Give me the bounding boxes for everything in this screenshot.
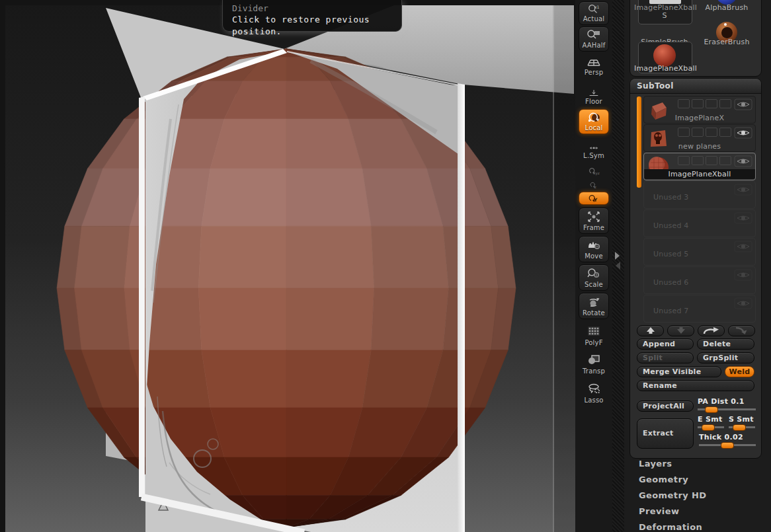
palette-section-deformation[interactable]: Deformation — [639, 522, 702, 532]
subtool-item-unused-6[interactable]: Unused 6 — [643, 266, 756, 294]
shelf-button-label: Scale — [585, 281, 603, 290]
divider-open-icon[interactable] — [615, 252, 620, 260]
persp-button[interactable]: Persp — [579, 54, 609, 78]
weld-button[interactable]: Weld — [725, 366, 754, 377]
subtool-item-unused-3[interactable]: Unused 3 — [643, 181, 756, 209]
local-pivot-icon — [586, 111, 602, 124]
floor-button[interactable]: Floor — [579, 87, 609, 107]
subtool-item-imageplanexball[interactable]: ImagePlaneXball — [643, 153, 756, 180]
move-down-button[interactable] — [667, 325, 694, 336]
e-smt-handle[interactable] — [702, 424, 715, 431]
brush-item-imageplanexball[interactable] — [634, 42, 695, 81]
red-sphere-thumbnail — [634, 42, 695, 81]
tray-divider[interactable] — [612, 0, 624, 532]
rotate-y-icon: Y — [586, 194, 602, 204]
pa-dist-label: PA Dist — [698, 397, 728, 406]
shelf-button-label: AAHalf — [582, 42, 605, 51]
palette-section-layers[interactable]: Layers — [639, 459, 672, 469]
move-button[interactable]: Move — [579, 236, 609, 262]
duplicate-forward-button[interactable] — [698, 325, 725, 336]
frame-button[interactable]: Frame — [579, 208, 609, 234]
subtool-item-new-planes[interactable]: new planes — [643, 124, 756, 152]
extract-button[interactable]: Extract — [637, 418, 694, 449]
document-canvas[interactable]: Divider Click to restore previous positi… — [0, 0, 575, 532]
palette-section-geometry[interactable]: Geometry — [639, 475, 688, 484]
transp-button[interactable]: Transp — [579, 350, 609, 377]
subtool-panel-header[interactable]: SubTool — [630, 79, 761, 94]
right-shelf-toolbar: x1ActualAAHalfPerspFloorLocalL.SymxyzzYF… — [575, 0, 612, 532]
shelf-button-label: Rotate — [583, 309, 605, 319]
visibility-eye-icon[interactable] — [734, 241, 752, 252]
local-button[interactable]: Local — [579, 109, 609, 134]
persp-grid-icon — [586, 56, 602, 69]
brush-item-label: EraserBrush — [696, 38, 757, 46]
pa-dist-slider[interactable]: PA Dist 0.1 — [698, 397, 756, 410]
visibility-eye-icon[interactable] — [734, 184, 752, 196]
z-button[interactable]: z — [579, 178, 609, 190]
rename-button[interactable]: Rename — [637, 380, 754, 391]
subtool-item-label: ImagePlaneX — [644, 114, 755, 122]
e-smt-slider[interactable]: E Smt — [698, 415, 724, 428]
duplicate-forward-icon — [700, 326, 723, 335]
subtool-item-imageplanex[interactable]: ImagePlaneX — [643, 96, 756, 124]
s-smt-slider[interactable]: S Smt — [729, 415, 755, 428]
thick-value: 0.02 — [725, 433, 743, 441]
zbrush-window: Divider Click to restore previous positi… — [0, 0, 771, 532]
projectall-button[interactable]: ProjectAll — [637, 400, 694, 412]
subtool-item-label: Unused 3 — [653, 193, 689, 202]
subtool-item-unused-7[interactable]: Unused 7 — [643, 295, 756, 323]
shelf-button-label: Frame — [583, 224, 604, 233]
split-button[interactable]: Split — [637, 352, 694, 363]
subtool-item-label: ImagePlaneXball — [644, 169, 755, 179]
thick-handle[interactable] — [721, 442, 734, 449]
subtool-slot-boxes[interactable] — [678, 156, 731, 165]
insert-below-button[interactable] — [728, 325, 755, 336]
lasso-button[interactable]: Lasso — [579, 379, 609, 406]
polyf-button[interactable]: PolyF — [579, 322, 609, 348]
tooltip-title: Divider — [232, 3, 401, 14]
polyframe-grid-icon — [586, 323, 602, 339]
actual-button[interactable]: x1Actual — [579, 1, 609, 25]
subtool-slot-boxes[interactable] — [678, 128, 731, 137]
move-up-button[interactable] — [637, 325, 664, 336]
subtool-item-unused-5[interactable]: Unused 5 — [643, 238, 756, 266]
pa-dist-value: 0.1 — [731, 397, 744, 406]
visibility-eye-icon[interactable] — [734, 127, 752, 139]
shelf-button-label: Local — [585, 124, 603, 133]
xyz-button[interactable]: xyz — [579, 164, 609, 177]
insert-below-icon — [730, 326, 754, 335]
scale-button[interactable]: Scale — [579, 264, 609, 291]
visibility-eye-icon[interactable] — [734, 269, 752, 281]
delete-button[interactable]: Delete — [697, 338, 754, 350]
subtool-slot-boxes[interactable] — [678, 99, 731, 108]
lsym-button[interactable]: L.Sym — [579, 143, 609, 161]
palette-section-geometry-hd[interactable]: Geometry HD — [639, 490, 706, 500]
aahalf-button[interactable]: AAHalf — [579, 26, 609, 52]
rotate-button[interactable]: Rotate — [579, 293, 609, 319]
thick-slider[interactable]: Thick 0.02 — [699, 433, 756, 446]
subtool-item-unused-4[interactable]: Unused 4 — [643, 209, 756, 237]
palette-section-preview[interactable]: Preview — [639, 506, 679, 516]
grpsplit-button[interactable]: GrpSplit — [697, 352, 754, 363]
tool-brush-panel: ImagePlaneXballAlphaBrushSSimpleBrushEra… — [629, 0, 762, 77]
visibility-eye-icon[interactable] — [734, 155, 752, 167]
append-button[interactable]: Append — [637, 338, 694, 350]
thick-label: Thick — [699, 433, 721, 441]
e-smt-label: E Smt — [698, 415, 723, 424]
svg-text:Y: Y — [593, 197, 598, 203]
visibility-eye-icon[interactable] — [734, 297, 752, 309]
s-smt-label: S Smt — [729, 415, 754, 424]
subtool-scrollbar[interactable] — [637, 96, 641, 188]
s-smt-handle[interactable] — [733, 424, 746, 431]
viewport-scene — [0, 0, 575, 532]
visibility-eye-icon[interactable] — [734, 98, 752, 110]
divider-close-icon[interactable] — [616, 262, 620, 270]
visibility-eye-icon[interactable] — [734, 212, 752, 224]
pa-dist-handle[interactable] — [705, 406, 718, 413]
subtool-item-label: Unused 5 — [653, 250, 689, 258]
divider-tooltip: Divider Click to restore previous positi… — [222, 0, 402, 32]
merge-visible-button[interactable]: Merge Visible — [637, 366, 721, 377]
right-tray: ImagePlaneXballAlphaBrushSSimpleBrushEra… — [624, 0, 771, 532]
move-up-icon — [639, 326, 663, 335]
y-button[interactable]: Y — [579, 192, 609, 205]
